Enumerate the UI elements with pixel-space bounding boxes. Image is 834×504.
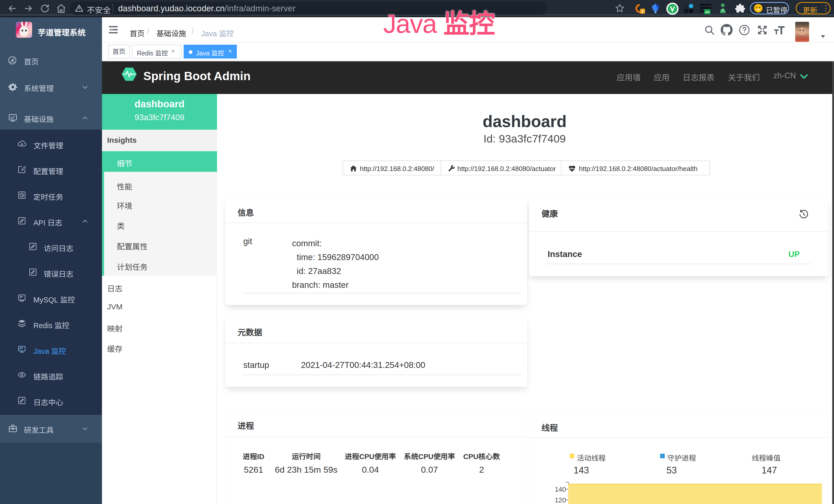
svg-text:1: 1 <box>641 9 644 13</box>
svg-text:on: on <box>705 10 709 14</box>
